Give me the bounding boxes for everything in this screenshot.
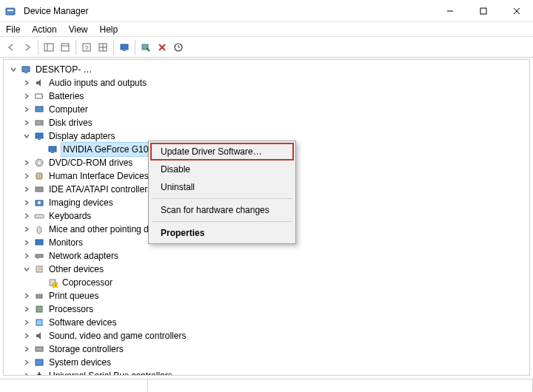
chevron-right-icon[interactable] <box>21 371 32 376</box>
device-icon <box>33 90 45 102</box>
device-icon <box>33 343 45 355</box>
svg-rect-23 <box>36 94 42 98</box>
chevron-right-icon[interactable] <box>21 184 32 195</box>
chevron-right-icon[interactable] <box>21 224 32 234</box>
tree-item[interactable]: ?Other devices <box>8 263 529 276</box>
device-icon <box>33 117 45 129</box>
device-icon <box>33 250 45 262</box>
toolbar-help-icon[interactable]: ? <box>78 39 95 55</box>
menu-action[interactable]: Action <box>32 24 56 35</box>
chevron-right-icon[interactable] <box>21 331 32 341</box>
back-button[interactable] <box>3 39 19 55</box>
svg-rect-24 <box>42 95 43 97</box>
svg-rect-15 <box>121 44 128 50</box>
device-icon <box>33 237 45 249</box>
ctx-properties[interactable]: Properties <box>150 224 294 242</box>
svg-point-37 <box>38 201 41 204</box>
device-icon <box>33 104 45 115</box>
device-icon: ! <box>47 277 58 288</box>
svg-rect-30 <box>49 146 56 152</box>
ctx-uninstall[interactable]: Uninstall <box>150 178 294 196</box>
chevron-down-icon[interactable] <box>8 64 19 75</box>
chevron-down-icon[interactable] <box>21 264 32 274</box>
tree-item[interactable]: System devices <box>8 356 529 369</box>
chevron-right-icon[interactable] <box>21 357 32 368</box>
chevron-right-icon[interactable] <box>21 251 32 261</box>
chevron-right-icon[interactable] <box>21 158 32 168</box>
ctx-update-driver[interactable]: Update Driver Software… <box>150 143 294 160</box>
chevron-right-icon[interactable] <box>21 78 32 88</box>
context-menu: Update Driver Software… Disable Uninstal… <box>148 141 296 244</box>
tree-item[interactable]: Computer <box>8 103 529 116</box>
tree-item[interactable]: Batteries <box>8 89 529 103</box>
chevron-right-icon[interactable] <box>21 91 32 101</box>
tree-item[interactable]: Audio inputs and outputs <box>8 76 529 89</box>
toolbar-grid-icon[interactable] <box>95 39 111 55</box>
device-icon <box>33 370 45 376</box>
tree-item[interactable]: Universal Serial Bus controllers <box>8 369 529 376</box>
svg-point-39 <box>37 226 41 234</box>
ctx-scan[interactable]: Scan for hardware changes <box>150 201 294 219</box>
tree-item[interactable]: Disk drives <box>8 116 529 129</box>
toolbar-properties[interactable] <box>57 39 73 55</box>
tree-item-coprocessor[interactable]: !Coprocessor <box>8 276 529 289</box>
tree-item[interactable]: Network adapters <box>8 249 529 263</box>
chevron-right-icon[interactable] <box>21 304 32 314</box>
chevron-right-icon[interactable] <box>21 211 32 221</box>
svg-text:?: ? <box>84 44 88 52</box>
svg-rect-0 <box>6 8 15 15</box>
toolbar-show-hide-tree[interactable] <box>41 39 57 55</box>
maximize-button[interactable] <box>466 0 500 21</box>
svg-rect-50 <box>36 306 42 312</box>
tree-item[interactable]: Sound, video and game controllers <box>8 329 529 342</box>
menu-help[interactable]: Help <box>100 24 118 35</box>
device-icon <box>33 183 45 195</box>
tree-item[interactable]: Storage controllers <box>8 342 529 356</box>
ctx-disable[interactable]: Disable <box>150 160 294 178</box>
chevron-right-icon[interactable] <box>21 171 32 181</box>
svg-rect-31 <box>51 152 54 153</box>
svg-rect-29 <box>38 139 41 140</box>
svg-rect-53 <box>36 359 43 365</box>
tree-item[interactable]: Print queues <box>8 289 529 303</box>
menu-file[interactable]: File <box>6 24 20 35</box>
chevron-right-icon[interactable] <box>21 118 32 128</box>
close-button[interactable] <box>500 0 533 21</box>
tree-item[interactable]: Processors <box>8 303 529 316</box>
title-bar: Device Manager <box>0 0 533 22</box>
device-icon <box>33 223 45 235</box>
chevron-right-icon[interactable] <box>21 317 32 328</box>
minimize-button[interactable] <box>433 0 466 21</box>
svg-rect-28 <box>36 133 43 138</box>
toolbar-update-icon[interactable] <box>170 39 187 55</box>
device-icon <box>33 210 45 222</box>
window-title: Device Manager <box>24 6 88 16</box>
svg-rect-52 <box>36 347 43 351</box>
chevron-right-icon[interactable] <box>21 197 32 208</box>
device-icon <box>33 157 45 169</box>
forward-button[interactable] <box>19 39 36 55</box>
ctx-separator <box>152 221 292 222</box>
svg-rect-49 <box>37 293 41 294</box>
svg-rect-22 <box>24 72 27 73</box>
device-icon <box>20 64 32 75</box>
chevron-right-icon[interactable] <box>21 291 32 301</box>
svg-rect-8 <box>61 44 69 51</box>
chevron-right-icon[interactable] <box>21 344 32 354</box>
menu-view[interactable]: View <box>69 24 88 35</box>
chevron-right-icon[interactable] <box>21 237 32 248</box>
device-icon <box>33 356 45 368</box>
chevron-right-icon[interactable] <box>21 104 32 115</box>
toolbar-scan-icon[interactable] <box>138 39 154 55</box>
status-bar <box>0 379 533 392</box>
svg-rect-35 <box>36 187 43 192</box>
device-icon <box>33 290 45 302</box>
toolbar-delete-icon[interactable] <box>154 39 170 55</box>
tree-item[interactable]: Software devices <box>8 316 529 329</box>
svg-rect-6 <box>44 44 53 51</box>
toolbar-monitor-icon[interactable] <box>116 39 133 55</box>
svg-rect-1 <box>7 10 13 11</box>
tree-root[interactable]: DESKTOP- … <box>8 63 529 76</box>
chevron-down-icon[interactable] <box>21 131 32 141</box>
svg-rect-38 <box>35 214 44 218</box>
